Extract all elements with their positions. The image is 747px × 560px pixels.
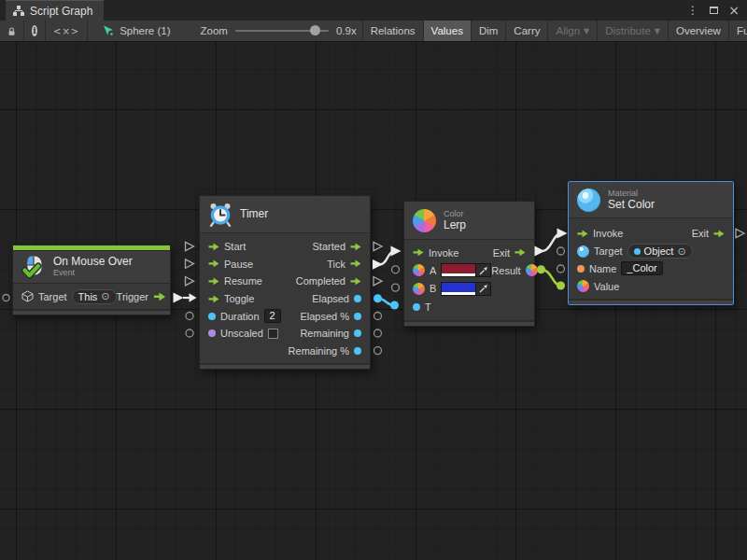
value-port-dot[interactable]: [354, 329, 361, 337]
port-setcolor-target-in[interactable]: [557, 247, 565, 255]
dim-button[interactable]: Dim: [472, 21, 506, 41]
wire-elapsed-t[interactable]: [378, 299, 395, 305]
flow-arrow-icon[interactable]: [208, 243, 219, 251]
port-timer-remaining-out[interactable]: [374, 329, 382, 337]
port-setcolor-exit-out[interactable]: [736, 229, 744, 237]
port-timer-resume-in[interactable]: [186, 277, 194, 286]
eyedropper-button[interactable]: [475, 264, 490, 276]
port-omo-target-in[interactable]: [3, 295, 9, 301]
port-timer-remaining-pct-out[interactable]: [374, 347, 382, 355]
wire-result-value[interactable]: [542, 270, 561, 286]
carry-button[interactable]: Carry: [506, 21, 548, 41]
port-timer-started-out[interactable]: [374, 242, 382, 250]
target-value-field[interactable]: This ⊙: [72, 289, 117, 304]
material-port-icon[interactable]: [577, 245, 589, 258]
color-port-icon[interactable]: [413, 264, 425, 276]
more-menu-icon[interactable]: ⋮: [685, 3, 700, 18]
overview-button[interactable]: Overview: [669, 21, 729, 41]
carry-label: Carry: [514, 25, 540, 36]
node-color-lerp[interactable]: Color Lerp Invoke Exit A Result B: [403, 201, 535, 327]
target-object-field[interactable]: Object⊙: [627, 244, 693, 259]
color-port-icon[interactable]: [413, 283, 425, 295]
node-header: Timer: [200, 196, 370, 233]
color-a-field[interactable]: [441, 263, 491, 277]
duration-field[interactable]: 2: [264, 309, 281, 323]
port-setcolor-name-in[interactable]: [557, 265, 565, 273]
color-a-swatch[interactable]: [442, 264, 475, 273]
distribute-dropdown[interactable]: Distribute▼: [598, 21, 669, 41]
bool-port-dot[interactable]: [208, 329, 216, 337]
flow-arrow-icon[interactable]: [350, 277, 361, 286]
port-timer-pause-in[interactable]: [186, 259, 194, 268]
color-port-icon[interactable]: [526, 264, 538, 276]
flow-arrow-icon[interactable]: [413, 248, 424, 257]
flow-arrow-icon[interactable]: [208, 259, 219, 268]
color-b-field[interactable]: [441, 282, 491, 296]
flow-arrow-icon[interactable]: [153, 292, 166, 301]
port-timer-duration-in[interactable]: [186, 313, 193, 320]
flow-arrow-icon[interactable]: [350, 243, 361, 251]
timer-icon: [208, 203, 233, 227]
port-lerp-t-in[interactable]: [390, 301, 399, 310]
unscaled-checkbox[interactable]: [268, 329, 278, 339]
inspector-button[interactable]: i: [24, 21, 46, 41]
value-port-dot[interactable]: [354, 295, 361, 302]
port-lerp-a-in[interactable]: [392, 266, 400, 273]
flow-arrow-icon[interactable]: [577, 230, 588, 238]
wire-exit-invoke[interactable]: [543, 233, 561, 251]
port-lerp-exit-out[interactable]: [535, 246, 545, 257]
wire-tick-invoke[interactable]: [380, 251, 395, 264]
node-on-mouse-over[interactable]: On Mouse Over Event Target This ⊙ Trigge…: [12, 245, 171, 315]
port-timer-tick-out[interactable]: [373, 259, 383, 270]
zoom-slider[interactable]: [235, 30, 329, 32]
relations-button[interactable]: Relations: [362, 21, 424, 41]
port-timer-toggle-in[interactable]: [190, 293, 197, 301]
port-timer-unscaled-in[interactable]: [186, 329, 193, 337]
string-port-dot[interactable]: [577, 265, 585, 273]
graph-canvas[interactable]: On Mouse Over Event Target This ⊙ Trigge…: [0, 42, 747, 560]
port-label: Toggle: [224, 293, 254, 304]
flow-arrow-icon[interactable]: [208, 277, 219, 286]
align-dropdown[interactable]: Align▼: [548, 21, 598, 41]
flow-arrow-icon[interactable]: [350, 259, 361, 268]
value-port-dot[interactable]: [354, 347, 361, 355]
port-setcolor-invoke-in[interactable]: [557, 229, 568, 239]
color-b-swatch[interactable]: [442, 283, 475, 292]
object-picker-icon[interactable]: ⊙: [677, 245, 685, 258]
target-object-button[interactable]: Sphere (1): [88, 21, 177, 41]
code-view-button[interactable]: <×>: [46, 21, 88, 41]
color-port-icon[interactable]: [577, 280, 589, 292]
lock-button[interactable]: [0, 21, 24, 41]
values-button[interactable]: Values: [424, 21, 472, 41]
port-label: Remaining %: [289, 345, 349, 357]
port-lerp-invoke-in[interactable]: [391, 246, 402, 257]
port-lerp-result-out[interactable]: [537, 265, 545, 273]
port-timer-elapsed-out[interactable]: [374, 294, 382, 302]
value-port-dot[interactable]: [208, 313, 216, 320]
eyedropper-button[interactable]: [475, 283, 490, 295]
zoom-label: Zoom: [200, 25, 227, 36]
tab-script-graph[interactable]: Script Graph: [6, 0, 104, 21]
node-set-color[interactable]: Material Set Color Invoke Exit Target Ob…: [568, 181, 734, 305]
close-icon[interactable]: ×: [726, 3, 741, 18]
flow-arrow-icon[interactable]: [208, 295, 219, 303]
relations-label: Relations: [371, 25, 416, 36]
port-timer-completed-out[interactable]: [374, 277, 382, 286]
zoom-slider-handle[interactable]: [310, 25, 320, 35]
flow-arrow-icon[interactable]: [514, 248, 526, 257]
port-timer-start-in[interactable]: [186, 242, 194, 250]
fullscreen-button[interactable]: Full Screen: [729, 21, 747, 41]
name-field[interactable]: _Color: [621, 261, 662, 275]
port-timer-elapsed-pct-out[interactable]: [374, 313, 382, 320]
object-picker-icon[interactable]: ⊙: [101, 290, 109, 302]
node-timer[interactable]: Timer Start Started Pause Tick Resume Co…: [199, 195, 371, 370]
flow-arrow-icon[interactable]: [713, 230, 725, 238]
port-label: Elapsed: [312, 293, 349, 304]
port-lerp-b-in[interactable]: [392, 284, 400, 291]
value-port-dot[interactable]: [413, 303, 420, 311]
port-omo-trigger-out[interactable]: [174, 293, 184, 303]
port-setcolor-value-in[interactable]: [557, 282, 565, 290]
maximize-icon[interactable]: [706, 3, 721, 18]
value-port-dot[interactable]: [354, 313, 361, 320]
alpha-bar: [442, 273, 475, 276]
